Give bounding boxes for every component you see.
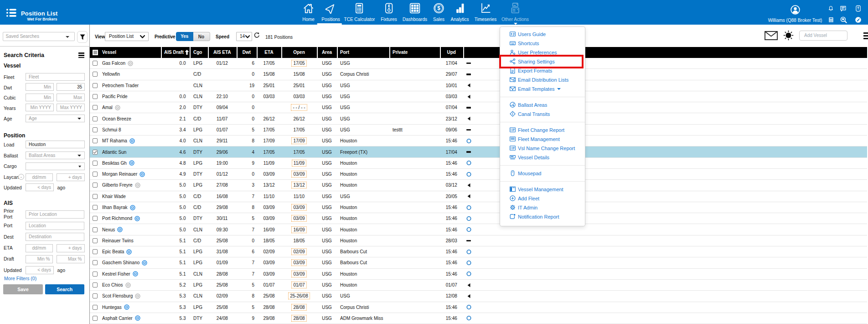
nav-item[interactable]: Dashboards: [403, 0, 427, 25]
row-checkbox[interactable]: [93, 116, 98, 121]
row-checkbox[interactable]: [93, 305, 98, 310]
cubic-max-input[interactable]: Max: [57, 94, 85, 101]
table-row[interactable]: Amal 2.0 DTY 09/04 0 - - / - - USG USG 0…: [90, 102, 867, 113]
age-select[interactable]: Age: [26, 115, 85, 122]
column-header-upd[interactable]: Upd: [440, 47, 464, 58]
column-header-eta[interactable]: ETA: [257, 47, 281, 58]
menu-item[interactable]: Notification Report: [500, 212, 585, 221]
row-checkbox[interactable]: [93, 150, 98, 155]
table-row[interactable]: Atlantic Sun 4.6 DTY 29/06 4 17/05 17/05…: [90, 146, 867, 157]
dwt-max-input[interactable]: 35: [57, 83, 85, 91]
laycan-days-input[interactable]: + days: [57, 173, 85, 181]
menu-item[interactable]: Ballast Areas: [500, 100, 585, 110]
menu-item[interactable]: Vessel Management: [500, 185, 585, 194]
table-row[interactable]: MT Rahama 4.0 CLN 29/11 8 17/09 17/09 US…: [90, 136, 867, 146]
vessel-name[interactable]: Huntegas: [102, 305, 122, 310]
table-row[interactable]: Huntegas 5.3 LPG 25/08 5 28/08 28/08 USG…: [90, 302, 867, 313]
years-max-input[interactable]: Max YYYY: [57, 104, 85, 111]
vessel-name[interactable]: Asphalt Carrier: [102, 316, 133, 321]
table-row[interactable]: Gaschem Shinano 5.1 LPG 01/09 7 03/09 03…: [90, 257, 867, 268]
nav-item[interactable]: Home: [302, 0, 315, 25]
row-checkbox[interactable]: [93, 293, 98, 298]
table-row[interactable]: Besiktas Gh 4.8 LPG 19:00 9 11/09 11/09 …: [90, 158, 867, 169]
row-checkbox[interactable]: [93, 194, 98, 199]
menu-item[interactable]: Canal Transits: [500, 110, 585, 119]
table-row[interactable]: Pacific Pride 0.0 CLN 22:10 0 03/03 03/0…: [90, 91, 867, 102]
menu-item[interactable]: Users Guide: [500, 30, 585, 39]
table-row[interactable]: Khair Wade 5.0 C/D 16/08 7 11/10 11/10 U…: [90, 191, 867, 202]
theme-sun-icon[interactable]: [783, 30, 794, 41]
row-checkbox[interactable]: [93, 105, 98, 110]
calculator-icon[interactable]: [829, 17, 833, 23]
table-row[interactable]: Yellowfin C/D 0 15/08 15/08 USG Corpus C…: [90, 69, 867, 80]
chat-icon[interactable]: [840, 5, 847, 12]
table-row[interactable]: Eco Chios 5.2 LPG 25/08 5 01/07 01/07 US…: [90, 280, 867, 291]
user-avatar[interactable]: [790, 5, 800, 15]
ballast-select[interactable]: Ballast Areas: [26, 152, 85, 159]
vessel-name[interactable]: Gas Falcon: [102, 61, 125, 66]
vessel-name[interactable]: Eco Chios: [102, 282, 123, 287]
vessel-name[interactable]: Amal: [102, 105, 113, 110]
nav-item[interactable]: Sales: [433, 0, 444, 25]
menu-item[interactable]: Email Templates: [500, 84, 585, 94]
menu-item[interactable]: Mousepad: [500, 169, 585, 178]
vessel-name[interactable]: Gaschem Shinano: [102, 260, 140, 265]
vessel-name[interactable]: Atlantic Sun: [102, 150, 126, 155]
row-checkbox[interactable]: [93, 61, 98, 66]
notifications-bell-icon[interactable]: [828, 5, 834, 12]
menu-item[interactable]: Sharing Settings: [500, 57, 585, 66]
laycan-date-input[interactable]: dd/mm: [26, 173, 53, 181]
vessel-name[interactable]: Yellowfin: [102, 72, 120, 77]
save-button[interactable]: Save: [3, 284, 43, 294]
ais-updated-input[interactable]: < days: [26, 266, 54, 274]
table-row[interactable]: Epic Beata 5.1 LPG 31/08 6 02/09 02/09 U…: [90, 246, 867, 257]
more-filters-link[interactable]: More Filters (0): [4, 276, 36, 281]
vessel-name[interactable]: Ilhan Bayrak: [102, 205, 128, 210]
search-button[interactable]: Search: [45, 284, 85, 294]
edit-icon[interactable]: [855, 17, 861, 23]
vessel-name[interactable]: Morgan Reinauer: [102, 172, 137, 177]
saved-searches-select[interactable]: Saved Searches: [3, 32, 75, 41]
view-select[interactable]: Position List: [105, 32, 149, 41]
table-row[interactable]: Gas Falcon 0.0 LPG 01/12 6 17/05 17/05 U…: [90, 58, 867, 69]
vessel-name[interactable]: Pacific Pride: [102, 94, 128, 99]
dest-input[interactable]: Destination: [26, 233, 84, 241]
select-all-checkbox[interactable]: [93, 50, 98, 55]
row-checkbox[interactable]: [93, 183, 98, 188]
predictive-yes-button[interactable]: Yes: [176, 32, 193, 41]
column-header-vessel[interactable]: Vessel: [99, 47, 161, 58]
vessel-name[interactable]: Petrochem Trader: [102, 83, 139, 88]
table-row[interactable]: Scot Flensburg 5.3 CLN 02/09 8 25/08 25-…: [90, 291, 867, 302]
table-row[interactable]: Port Richmond 5.0 DTY 30/11 5 03/09 03/0…: [90, 213, 867, 224]
row-checkbox[interactable]: [93, 227, 98, 232]
table-row[interactable]: Asphalt Carrier 5.3 DTY 24/08 9 29/08 28…: [90, 313, 867, 324]
draft-max-input[interactable]: Max %: [57, 255, 85, 263]
table-menu-icon[interactable]: [863, 32, 868, 40]
row-checkbox[interactable]: [93, 127, 98, 132]
menu-item[interactable]: Add Fleet: [500, 194, 585, 203]
row-checkbox[interactable]: [93, 249, 98, 254]
nav-item[interactable]: Other Actions: [501, 0, 529, 25]
row-checkbox[interactable]: [93, 272, 98, 277]
years-min-input[interactable]: Min YYYY: [26, 104, 54, 111]
row-checkbox[interactable]: [93, 205, 98, 210]
load-input[interactable]: Houston: [26, 141, 85, 148]
vessel-name[interactable]: Epic Beata: [102, 249, 124, 254]
ais-port-input[interactable]: Location: [26, 222, 84, 230]
draft-min-input[interactable]: Min %: [26, 255, 53, 263]
menu-item[interactable]: Fleet Change Report: [500, 125, 585, 135]
menu-item[interactable]: Shortcuts: [500, 39, 585, 48]
menu-item[interactable]: User Preferences: [500, 48, 585, 57]
column-header-ais-eta[interactable]: AIS ETA: [208, 47, 237, 58]
vessel-name[interactable]: Nexus: [102, 227, 115, 232]
menu-item[interactable]: Email Distribution Lists: [500, 75, 585, 84]
cubic-min-input[interactable]: Min: [26, 94, 54, 101]
table-row[interactable]: Gilberto Freyre 5.0 LPG 27/08 3 13/12 13…: [90, 180, 867, 191]
table-row[interactable]: Nexus 5.0 CLN 09:30 7 16/09 16/09 USG Ho…: [90, 224, 867, 235]
ais-eta-date-input[interactable]: dd/mm: [26, 244, 53, 252]
column-header-cgo[interactable]: Cgo: [190, 47, 208, 58]
menu-item[interactable]: IT Admin: [500, 203, 585, 212]
row-checkbox[interactable]: [93, 216, 98, 221]
refresh-icon[interactable]: [253, 32, 260, 38]
predictive-no-button[interactable]: No: [193, 32, 210, 41]
